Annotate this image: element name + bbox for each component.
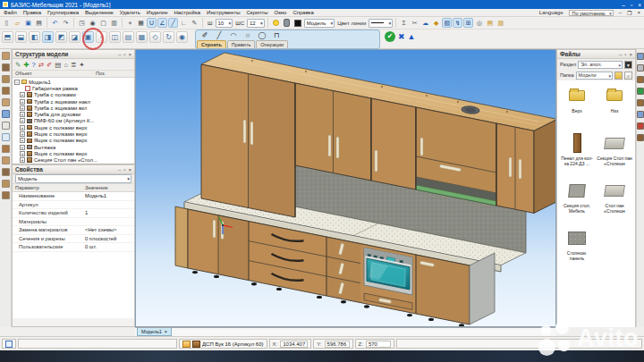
shade-solid-icon[interactable]: ▫ (96, 31, 107, 43)
line-snap-icon[interactable]: ╱ (168, 18, 178, 28)
render-icon[interactable]: ◉ (88, 18, 97, 28)
struct-edit-icon[interactable]: ✎ (15, 61, 21, 69)
panel-close-icon[interactable]: × (629, 52, 632, 57)
language-button[interactable]: Language (539, 10, 564, 15)
menu-edit[interactable]: Правка (23, 10, 41, 15)
cabinet-tool-icon[interactable] (637, 76, 644, 83)
property-row[interactable]: Артикул (13, 201, 134, 210)
viewport[interactable] (135, 49, 556, 327)
struct-doc-icon[interactable]: ▤ (55, 61, 61, 69)
lamp-tool-icon[interactable] (2, 180, 10, 188)
file-item[interactable]: Низ (596, 84, 633, 131)
file-item[interactable]: Пенал для кол-ка 224 ДЗ ... (558, 131, 596, 179)
tree-item[interactable]: + Вытяжка (13, 144, 134, 150)
browse-icon[interactable]: ⌕ (624, 72, 632, 80)
sum-icon[interactable]: Σ (399, 18, 409, 28)
document-tab[interactable]: Модель1 × (137, 328, 172, 336)
shelf-tool-icon[interactable] (637, 111, 644, 118)
struct-help-icon[interactable]: ? (32, 61, 36, 69)
struct-list-icon[interactable]: ≣ (71, 61, 76, 69)
file-item[interactable]: Секция Стол пан «Столешн (596, 131, 633, 179)
doc-close-icon[interactable]: × (637, 10, 640, 15)
tree-item[interactable]: + ПМФ-60 см (Артикул К... (13, 118, 134, 124)
light-view-icon[interactable]: ◉ (176, 31, 188, 43)
box-tool-icon[interactable] (2, 87, 10, 95)
menu-product[interactable]: Изделие (147, 10, 168, 15)
drawer-tool-icon[interactable] (637, 134, 644, 141)
menu-file[interactable]: Файл (4, 10, 17, 15)
remove-section-icon[interactable] (637, 122, 644, 130)
tree-item[interactable]: + Тумба с ящиками накл (13, 98, 134, 105)
panel-close-icon[interactable]: × (128, 167, 131, 173)
ellipse-tool-icon[interactable]: ◯ (257, 31, 267, 40)
viewport-icon[interactable]: ◳ (77, 18, 87, 28)
menu-scripts[interactable]: Скрипты (247, 10, 268, 15)
property-row[interactable]: Замена материалов<Нет схемы> (13, 226, 134, 235)
maximize-icon[interactable]: ▫ (631, 2, 632, 8)
grid-icon[interactable]: ▦ (136, 18, 146, 28)
board-tool-icon[interactable] (2, 191, 10, 199)
property-row[interactable]: Материалы (13, 218, 134, 227)
line-tool-icon[interactable]: ╱ (214, 31, 225, 40)
tree-item[interactable]: + Ящик с полками верх (13, 124, 134, 130)
tree-item[interactable]: Габаритная рамка (13, 85, 134, 91)
tree-item[interactable]: + Тумба с ящиками вкл (13, 105, 134, 111)
panel-float-icon[interactable]: ▫ (624, 52, 626, 57)
model-3d-view[interactable] (136, 50, 556, 327)
view-iso-icon[interactable]: ◩ (55, 31, 67, 43)
table-tool-icon[interactable] (2, 168, 10, 176)
ortho-icon[interactable]: ∟ (179, 18, 189, 28)
add-section-icon[interactable] (637, 88, 644, 95)
coord-x[interactable]: X: 1034.407 (269, 339, 312, 349)
zoom-window-icon[interactable]: ▢ (98, 18, 108, 28)
tree-item[interactable]: + Тумба с полками (13, 92, 134, 98)
add-grid-icon[interactable]: ⊞ (463, 18, 473, 28)
rect-tool-icon[interactable]: ⊓ (271, 31, 282, 40)
struct-gear-icon[interactable]: ✦ (79, 61, 84, 69)
cloud-icon[interactable]: ☁ (420, 18, 430, 28)
property-row[interactable]: НаименованиеМодель1 (13, 192, 134, 201)
panel-tool-icon[interactable] (637, 64, 644, 72)
struct-add-icon[interactable]: ✚ (23, 61, 29, 69)
split-view-icon[interactable]: ▦ (136, 31, 148, 43)
view-right-icon[interactable]: ◨ (42, 31, 54, 43)
coord-z[interactable]: Z: 570 (355, 339, 394, 349)
panel-close-icon[interactable]: × (128, 52, 131, 57)
expand-icon[interactable]: + (20, 99, 25, 105)
file-item[interactable]: Стол пан «Столешн (596, 179, 633, 226)
circle-tool-icon[interactable]: ○ (242, 31, 253, 40)
apex-icon[interactable]: ▲ (408, 31, 416, 42)
property-row[interactable]: Пользовательские0 шт. (13, 243, 134, 252)
close-icon[interactable]: × (638, 2, 641, 8)
tree-item[interactable]: + Ящик с полками верх (13, 138, 134, 144)
collapse-icon[interactable]: − (14, 80, 20, 85)
angle-snap-icon[interactable]: ∠ (157, 18, 167, 28)
tree-root[interactable]: − Модель1 (13, 79, 134, 85)
line-style-dropdown[interactable] (369, 19, 393, 28)
material-box-icon[interactable]: ▨ (496, 18, 505, 28)
properties-scope-dropdown[interactable]: Модель (15, 174, 131, 183)
doc-minimize-icon[interactable]: – (619, 10, 622, 15)
tree-item[interactable]: + Ящик с полками верх (13, 150, 134, 156)
tab-edit[interactable]: Править (227, 40, 255, 48)
solid-icon[interactable]: ◆ (431, 18, 441, 28)
view-left-icon[interactable]: ◧ (29, 31, 40, 43)
sofa-tool-icon[interactable] (2, 98, 10, 106)
edit-pencil-icon[interactable]: ✎ (190, 18, 199, 28)
menu-grouping[interactable]: Группировка (47, 10, 79, 15)
shade-wire-icon[interactable]: ◫ (109, 31, 121, 43)
expand-icon[interactable]: + (20, 118, 25, 123)
menu-window[interactable]: Окно (274, 10, 286, 15)
expand-icon[interactable]: + (20, 131, 25, 137)
file-item[interactable]: Верх (558, 84, 596, 131)
save-icon[interactable]: ▣ (23, 18, 33, 28)
input-indicator[interactable] (2, 339, 16, 349)
expand-icon[interactable]: + (20, 151, 25, 156)
menu-help[interactable]: Справка (292, 10, 314, 15)
menu-selection[interactable]: Выделение (85, 10, 114, 15)
struct-mark-icon[interactable]: ✐ (47, 61, 52, 69)
folder-dropdown[interactable]: Модели (576, 72, 613, 80)
lamp-icon[interactable] (273, 20, 279, 26)
tree-item[interactable]: + Тумба для духовки (13, 111, 134, 117)
view-back-icon[interactable]: ⬓ (15, 31, 27, 43)
